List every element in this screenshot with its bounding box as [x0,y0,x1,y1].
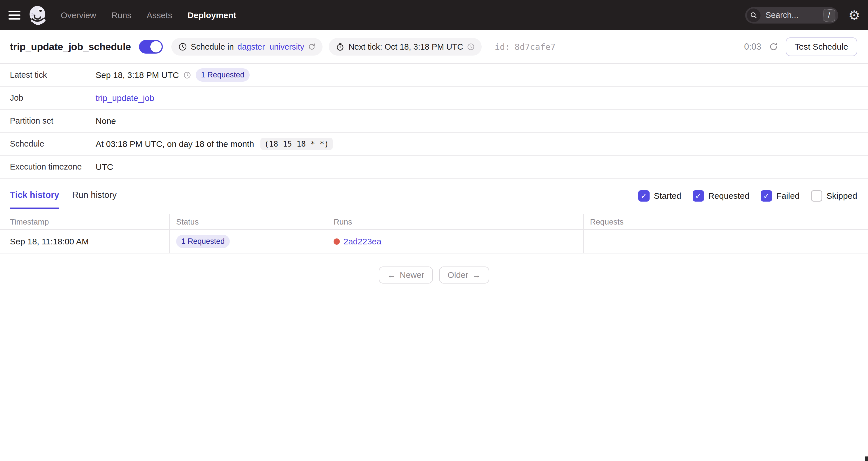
detail-label: Latest tick [0,64,89,86]
menu-icon[interactable] [8,11,21,20]
cron-expression-badge: (18 15 18 * *) [260,138,333,150]
next-tick-pill: Next tick: Oct 18, 3:18 PM UTC [329,38,482,56]
nav-tab-deployment[interactable]: Deployment [187,10,236,20]
latest-tick-timestamp: Sep 18, 3:18 PM UTC [96,70,179,80]
search-placeholder: Search... [766,10,823,20]
nav-tab-assets[interactable]: Assets [147,10,172,20]
scrollbar-fragment [865,457,868,461]
check-icon: ✓ [641,191,647,201]
tick-requests [583,230,868,253]
history-controls: Tick history Run history ✓ Started ✓ Req… [0,187,868,209]
column-header-requests: Requests [583,215,868,229]
filter-label: Skipped [827,191,857,201]
detail-row-execution-timezone: Execution timezone UTC [0,156,868,178]
page-title: trip_update_job_schedule [10,41,131,53]
detail-row-job: Job trip_update_job [0,87,868,110]
filter-skipped[interactable]: ✓ Skipped [811,190,857,202]
nav-tabs: Overview Runs Assets Deployment [61,10,236,20]
status-filters: ✓ Started ✓ Requested ✓ Failed ✓ Skipped [638,190,857,202]
detail-label: Schedule [0,133,89,155]
reload-location-icon[interactable] [308,43,316,51]
clock-icon [183,71,191,79]
timezone-clock-icon [467,43,475,51]
detail-label: Job [0,87,89,109]
detail-row-partition-set: Partition set None [0,110,868,133]
run-status-dot-icon [334,238,340,245]
checkbox-started[interactable]: ✓ [638,190,650,202]
filter-started[interactable]: ✓ Started [638,190,681,202]
requested-count-badge: 1 Requested [196,68,249,81]
filter-label: Requested [708,191,749,201]
table-row: Sep 18, 11:18:00 AM 1 Requested 2ad223ea [0,230,868,254]
job-link[interactable]: trip_update_job [96,93,154,103]
schedule-location-pill: Schedule in dagster_university [171,38,323,56]
next-tick-text: Next tick: Oct 18, 3:18 PM UTC [348,42,463,52]
refresh-countdown: 0:03 [744,42,761,52]
column-header-runs: Runs [327,215,583,229]
code-location-link[interactable]: dagster_university [238,42,304,52]
tick-history-table: Timestamp Status Runs Requests Sep 18, 1… [0,214,868,254]
test-schedule-button[interactable]: Test Schedule [786,37,857,56]
filter-failed[interactable]: ✓ Failed [761,190,800,202]
schedule-enabled-toggle[interactable] [139,40,163,54]
column-header-status: Status [169,215,327,229]
pagination: ← Newer Older → [0,266,868,284]
tick-status-badge: 1 Requested [176,235,230,248]
search-input[interactable]: Search... / [745,7,838,24]
nav-tab-overview[interactable]: Overview [61,10,96,20]
newer-button[interactable]: ← Newer [379,266,433,284]
schedule-description: At 03:18 PM UTC, on day 18 of the month [96,139,254,149]
check-icon: ✓ [695,191,702,201]
run-id-link[interactable]: 2ad223ea [343,237,381,246]
schedule-details: Latest tick Sep 18, 3:18 PM UTC 1 Reques… [0,64,868,178]
refresh-icon[interactable] [769,42,778,52]
nav-tab-runs[interactable]: Runs [112,10,131,20]
detail-row-latest-tick: Latest tick Sep 18, 3:18 PM UTC 1 Reques… [0,64,868,87]
schedule-id-label: id: [495,42,510,52]
tick-timestamp: Sep 18, 11:18:00 AM [0,230,169,253]
timezone-value: UTC [96,162,113,172]
stopwatch-icon [336,42,345,51]
checkbox-failed[interactable]: ✓ [761,190,772,202]
schedule-id-value: 8d7cafe7 [515,42,556,52]
schedule-location-text: Schedule in [191,42,234,52]
column-header-timestamp: Timestamp [0,215,169,229]
detail-row-schedule: Schedule At 03:18 PM UTC, on day 18 of t… [0,133,868,156]
filter-label: Started [654,191,681,201]
search-icon [747,8,761,22]
schedule-id: id: 8d7cafe7 [495,42,556,52]
arrow-right-icon: → [472,270,481,280]
older-button[interactable]: Older → [439,266,489,284]
tab-run-history[interactable]: Run history [72,187,117,209]
dagster-logo-icon[interactable] [28,5,48,25]
gear-icon[interactable]: ⚙ [848,9,860,22]
partition-set-value: None [96,116,116,126]
newer-label: Newer [400,270,424,280]
older-label: Older [447,270,468,280]
filter-requested[interactable]: ✓ Requested [693,190,749,202]
table-header-row: Timestamp Status Runs Requests [0,215,868,230]
filter-label: Failed [776,191,800,201]
top-nav: Overview Runs Assets Deployment Search..… [0,0,868,30]
tab-tick-history[interactable]: Tick history [10,187,59,209]
slash-shortcut-key: / [823,9,835,22]
checkbox-requested[interactable]: ✓ [693,190,704,202]
detail-label: Partition set [0,110,89,132]
detail-label: Execution timezone [0,156,89,178]
check-icon: ✓ [763,191,770,201]
schedule-header: trip_update_job_schedule Schedule in dag… [0,30,868,64]
arrow-left-icon: ← [387,270,396,280]
checkbox-skipped[interactable]: ✓ [811,190,822,202]
clock-icon [178,42,187,51]
